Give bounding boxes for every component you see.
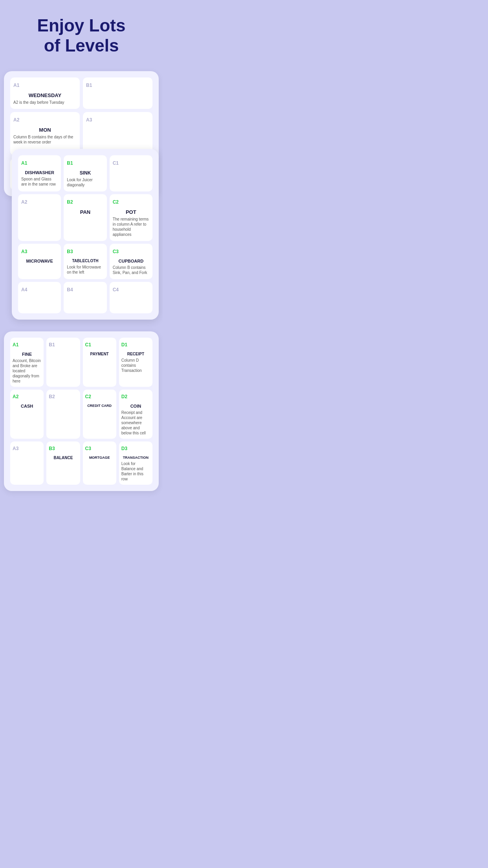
bot-cell-b3-label: B3 [49, 446, 55, 451]
bot-cell-c3[interactable]: C3 MORTGAGE [83, 441, 116, 485]
mid-cell-a4[interactable]: A4 [18, 282, 61, 313]
bot-cell-b3-title: BALANCE [49, 456, 77, 460]
bot-cell-d1-desc: Column D contains Transaction [121, 358, 150, 373]
bot-cell-d1-title: RECEIPT [121, 352, 150, 356]
bottom-card: A1 FINE Account, Bitcoin and Broke are l… [4, 331, 159, 491]
mid-cell-b3-desc: Look for Microwave on the left [67, 265, 103, 275]
mid-cell-b2-label: B2 [67, 199, 73, 205]
mid-cell-a3-label: A3 [21, 249, 27, 254]
bot-cell-c3-label: C3 [85, 446, 91, 451]
mid-cell-b1[interactable]: B1 SINK Look for Juicer diagonally [64, 155, 106, 191]
mid-cell-a1-label: A1 [21, 160, 27, 166]
bot-cell-d1[interactable]: D1 RECEIPT Column D contains Transaction [119, 338, 152, 387]
back-cell-a2-title: MON [13, 127, 77, 133]
back-cell-a3-label: A3 [86, 117, 92, 123]
bot-cell-d2-label: D2 [121, 394, 127, 399]
back-cell-a1-title: WEDNESDAY [13, 92, 77, 98]
back-cell-a2-desc: Column B contains the days of the week i… [13, 134, 77, 145]
back-cell-a1-label: A1 [13, 83, 19, 88]
mid-cell-b4[interactable]: B4 [64, 282, 106, 313]
back-cell-b1-label: B1 [86, 83, 92, 88]
bot-cell-b1[interactable]: B1 [46, 338, 80, 387]
mid-cell-c3-title: CUPBOARD [113, 259, 149, 263]
bot-cell-a1[interactable]: A1 FINE Account, Bitcoin and Broke are l… [10, 338, 44, 387]
bot-cell-d1-label: D1 [121, 342, 127, 348]
mid-cell-c3[interactable]: C3 CUPBOARD Column B contains Sink, Pan,… [110, 244, 152, 279]
mid-cell-c2[interactable]: C2 POT The remaining terms in column A r… [110, 194, 152, 241]
cards-stack: A1 WEDNESDAY A2 is the day before Tuesda… [4, 71, 159, 320]
mid-cell-a2[interactable]: A2 [18, 194, 61, 241]
mid-cell-b2[interactable]: B2 PAN [64, 194, 106, 241]
bot-cell-d2-desc: Receipt and Account are somewhere above … [121, 410, 150, 436]
mid-cell-b1-label: B1 [67, 160, 73, 166]
mid-cell-b3[interactable]: B3 TABLECLOTH Look for Microwave on the … [64, 244, 106, 279]
mid-cell-c1[interactable]: C1 [110, 155, 152, 191]
mid-cell-c4-label: C4 [113, 287, 119, 292]
mid-cell-c3-desc: Column B contains Sink, Pan, and Fork [113, 265, 149, 275]
bot-cell-c3-title: MORTGAGE [85, 456, 114, 460]
bot-cell-a1-desc: Account, Bitcoin and Broke are located d… [13, 358, 41, 384]
mid-cell-c2-desc: The remaining terms in column A refer to… [113, 217, 149, 237]
back-cell-a1-desc: A2 is the day before Tuesday [13, 100, 77, 105]
mid-cell-a3-title: MICROWAVE [21, 259, 58, 263]
bot-cell-b2-label: B2 [49, 394, 55, 399]
mid-cell-a1-desc: Spoon and Glass are in the same row [21, 177, 58, 187]
bot-cell-a1-label: A1 [13, 342, 18, 348]
back-cell-a2-label: A2 [13, 117, 19, 123]
bot-cell-d2-title: COIN [121, 404, 150, 408]
bot-cell-a3[interactable]: A3 [10, 441, 44, 485]
bot-cell-a3-label: A3 [13, 446, 18, 451]
mid-cell-a3[interactable]: A3 MICROWAVE [18, 244, 61, 279]
bot-cell-c2[interactable]: C2 CREDIT CARD [83, 390, 116, 439]
bot-cell-d3-label: D3 [121, 446, 127, 451]
bot-cell-a2-title: CASH [13, 404, 41, 408]
mid-cell-b3-label: B3 [67, 249, 73, 254]
mid-cell-c2-label: C2 [113, 199, 119, 205]
mid-cell-b2-title: PAN [67, 209, 103, 215]
back-cell-b1[interactable]: B1 [83, 77, 152, 109]
bot-cell-a2[interactable]: A2 CASH [10, 390, 44, 439]
mid-cell-c2-title: POT [113, 209, 149, 215]
mid-cell-c3-label: C3 [113, 249, 119, 254]
page-wrapper: Enjoy Lotsof Levels A1 WEDNESDAY A2 is t… [0, 0, 163, 507]
mid-cell-b3-title: TABLECLOTH [67, 259, 103, 263]
back-cell-a1[interactable]: A1 WEDNESDAY A2 is the day before Tuesda… [10, 77, 80, 109]
bot-cell-b2[interactable]: B2 [46, 390, 80, 439]
mid-cell-a4-label: A4 [21, 287, 27, 292]
mid-cell-c4[interactable]: C4 [110, 282, 152, 313]
mid-card: A1 DISHWASHER Spoon and Glass are in the… [12, 149, 159, 320]
bottom-card-grid: A1 FINE Account, Bitcoin and Broke are l… [10, 338, 152, 485]
bot-cell-a2-label: A2 [13, 394, 18, 399]
bot-cell-b3[interactable]: B3 BALANCE [46, 441, 80, 485]
bot-cell-c1-label: C1 [85, 342, 91, 348]
mid-cell-b1-desc: Look for Juicer diagonally [67, 177, 103, 188]
mid-card-grid: A1 DISHWASHER Spoon and Glass are in the… [18, 155, 152, 313]
bot-cell-b1-label: B1 [49, 342, 55, 348]
mid-cell-a1-title: DISHWASHER [21, 170, 58, 175]
bot-cell-c2-title: CREDIT CARD [85, 404, 114, 408]
bot-cell-d2[interactable]: D2 COIN Receipt and Account are somewher… [119, 390, 152, 439]
bot-cell-c2-label: C2 [85, 394, 91, 399]
bot-cell-a1-title: FINE [13, 352, 41, 357]
bot-cell-d3[interactable]: D3 TRANSACTION Look for Balance and Bart… [119, 441, 152, 485]
page-title: Enjoy Lotsof Levels [0, 16, 163, 71]
bot-cell-d3-title: TRANSACTION [121, 456, 150, 460]
bot-cell-d3-desc: Look for Balance and Barter in this row [121, 461, 150, 482]
bot-cell-c1-title: PAYMENT [85, 352, 114, 356]
mid-cell-a1[interactable]: A1 DISHWASHER Spoon and Glass are in the… [18, 155, 61, 191]
bot-cell-c1[interactable]: C1 PAYMENT [83, 338, 116, 387]
mid-cell-c1-label: C1 [113, 160, 119, 166]
mid-cell-b4-label: B4 [67, 287, 73, 292]
mid-cell-a2-label: A2 [21, 199, 27, 205]
mid-cell-b1-title: SINK [67, 170, 103, 176]
